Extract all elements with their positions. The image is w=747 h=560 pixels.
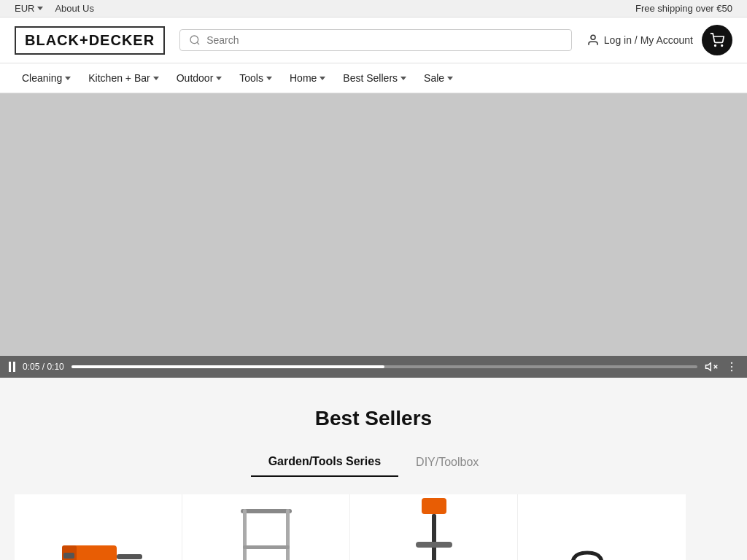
nav-outdoor-label: Outdoor xyxy=(177,72,214,84)
nav-item-cleaning[interactable]: Cleaning xyxy=(15,63,78,93)
sale-chevron-icon xyxy=(447,77,453,80)
svg-marker-5 xyxy=(706,363,711,371)
svg-line-1 xyxy=(197,42,199,44)
svg-rect-19 xyxy=(243,509,247,560)
svg-rect-21 xyxy=(243,545,290,549)
nav-item-home[interactable]: Home xyxy=(282,63,333,93)
nav-bestsellers-label: Best Sellers xyxy=(343,72,398,84)
top-bar-left: EUR About Us xyxy=(15,3,94,14)
product-card-2[interactable] xyxy=(182,494,350,560)
pause-icon xyxy=(9,362,15,372)
svg-point-8 xyxy=(731,362,732,364)
svg-point-9 xyxy=(731,366,732,368)
more-icon xyxy=(725,360,738,373)
user-icon xyxy=(587,34,600,47)
svg-point-0 xyxy=(190,36,198,44)
product-tabs: Garden/Tools Series DIY/Toolbox xyxy=(15,448,732,477)
products-row xyxy=(15,494,732,560)
current-time: 0:05 xyxy=(23,362,39,372)
search-icon xyxy=(189,34,201,46)
header: BLACK+DECKER Log in / My Account xyxy=(0,18,747,63)
search-input[interactable] xyxy=(206,34,562,46)
nav-item-best-sellers[interactable]: Best Sellers xyxy=(336,63,414,93)
currency-chevron-icon xyxy=(37,7,43,10)
time-separator: / xyxy=(39,362,47,372)
video-progress-bar[interactable] xyxy=(71,365,697,368)
svg-rect-25 xyxy=(422,498,446,514)
volume-button[interactable] xyxy=(705,360,718,373)
svg-rect-27 xyxy=(416,542,452,548)
cart-button[interactable] xyxy=(702,25,732,55)
svg-rect-16 xyxy=(63,553,74,559)
account-button[interactable]: Log in / My Account xyxy=(587,34,693,47)
product-image-2 xyxy=(230,494,303,560)
svg-point-3 xyxy=(715,45,716,47)
nav-tools-label: Tools xyxy=(239,72,263,84)
best-sellers-section: Best Sellers Garden/Tools Series DIY/Too… xyxy=(0,378,747,560)
nav-item-outdoor[interactable]: Outdoor xyxy=(169,63,230,93)
nav-item-tools[interactable]: Tools xyxy=(232,63,279,93)
more-options-button[interactable] xyxy=(725,360,738,373)
svg-rect-20 xyxy=(286,509,290,560)
video-controls: 0:05 / 0:10 xyxy=(0,356,747,378)
currency-selector[interactable]: EUR xyxy=(15,3,43,14)
nav-item-kitchen-bar[interactable]: Kitchen + Bar xyxy=(81,63,166,93)
svg-rect-26 xyxy=(432,514,436,560)
svg-point-10 xyxy=(731,370,732,371)
video-time: 0:05 / 0:10 xyxy=(23,362,64,372)
product-card-1[interactable] xyxy=(15,494,182,560)
video-progress-fill xyxy=(71,365,384,368)
cleaning-chevron-icon xyxy=(65,77,71,80)
nav-home-label: Home xyxy=(290,72,317,84)
pause-button[interactable] xyxy=(9,362,15,372)
svg-point-2 xyxy=(591,35,595,39)
cart-icon xyxy=(710,33,724,47)
tab-garden-tools[interactable]: Garden/Tools Series xyxy=(251,448,398,477)
video-section: 0:05 / 0:10 xyxy=(0,93,747,378)
shipping-notice: Free shipping over €50 xyxy=(635,3,732,14)
account-label: Log in / My Account xyxy=(604,34,693,46)
tools-chevron-icon xyxy=(266,77,272,80)
svg-point-4 xyxy=(721,45,723,47)
product-image-4 xyxy=(543,545,660,560)
product-image-1 xyxy=(47,509,150,560)
svg-rect-18 xyxy=(241,509,292,513)
bestsellers-chevron-icon xyxy=(400,77,406,80)
nav-cleaning-label: Cleaning xyxy=(22,72,62,84)
svg-rect-15 xyxy=(117,554,142,559)
mute-icon xyxy=(705,360,718,373)
total-time: 0:10 xyxy=(47,362,63,372)
search-wrapper xyxy=(179,29,572,51)
nav-sale-label: Sale xyxy=(424,72,444,84)
nav-item-sale[interactable]: Sale xyxy=(417,63,460,93)
logo[interactable]: BLACK+DECKER xyxy=(15,26,165,55)
kitchen-chevron-icon xyxy=(153,77,159,80)
header-actions: Log in / My Account xyxy=(587,25,732,55)
product-image-3 xyxy=(401,494,467,560)
tab-diy-toolbox[interactable]: DIY/Toolbox xyxy=(398,448,496,477)
home-chevron-icon xyxy=(320,77,325,80)
product-card-3[interactable] xyxy=(350,494,518,560)
nav-kitchen-label: Kitchen + Bar xyxy=(88,72,150,84)
outdoor-chevron-icon xyxy=(216,77,222,80)
about-us-link[interactable]: About Us xyxy=(55,3,93,14)
top-bar: EUR About Us Free shipping over €50 xyxy=(0,0,747,18)
currency-label: EUR xyxy=(15,3,34,14)
best-sellers-title: Best Sellers xyxy=(15,407,732,430)
product-card-4[interactable] xyxy=(518,494,686,560)
main-nav: Cleaning Kitchen + Bar Outdoor Tools Hom… xyxy=(0,63,747,93)
